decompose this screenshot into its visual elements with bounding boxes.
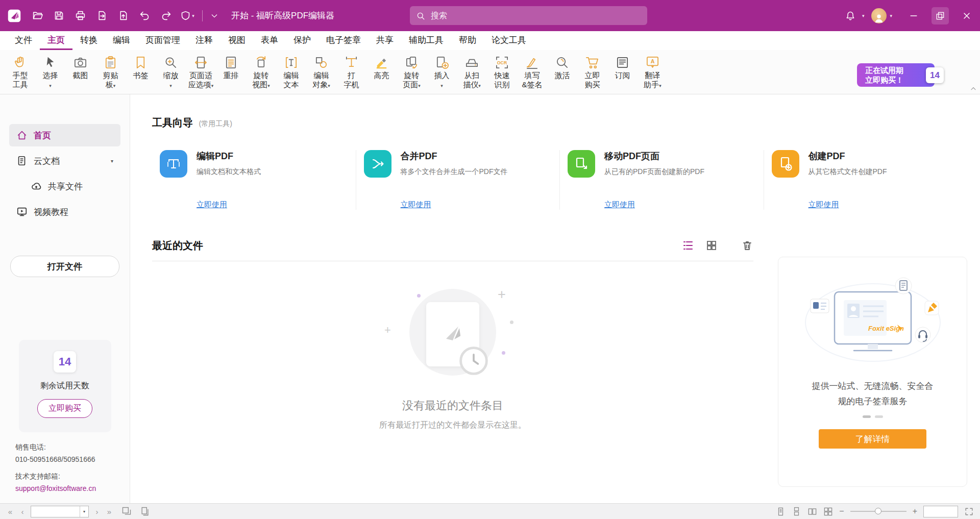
- open-file-button[interactable]: [27, 6, 48, 26]
- send-button[interactable]: [112, 6, 134, 26]
- tool-cards: 编辑PDF编辑文档和文本格式立即使用合并PDF将多个文件合并生成一个PDF文件立…: [152, 150, 967, 210]
- zoom-level-input[interactable]: [924, 506, 958, 517]
- minimize-button[interactable]: [900, 0, 927, 31]
- layout-facing-icon[interactable]: [807, 507, 817, 516]
- close-button[interactable]: [953, 0, 980, 31]
- next-page-button[interactable]: ›: [93, 508, 101, 515]
- layout-continuous-icon[interactable]: [792, 507, 801, 516]
- ribbon-tool-bookmark[interactable]: 书签: [126, 54, 156, 81]
- ribbon-tool-subscribe[interactable]: 订阅: [607, 54, 638, 81]
- customize-toolbar-chevron-icon[interactable]: [207, 6, 222, 26]
- menu-item-3[interactable]: 编辑: [105, 31, 138, 50]
- redo-button[interactable]: [155, 6, 177, 26]
- use-now-link[interactable]: 立即使用: [808, 200, 839, 210]
- support-email-link[interactable]: support@foxitsoftware.cn: [15, 483, 96, 495]
- account-chevron-icon[interactable]: ▾: [890, 13, 892, 18]
- chevron-down-icon[interactable]: ▾: [111, 158, 113, 164]
- carousel-dot[interactable]: [875, 415, 883, 418]
- sidebar-item-3[interactable]: 视频教程: [9, 201, 120, 223]
- clipboard-pages-icon[interactable]: [140, 506, 150, 516]
- menu-item-2[interactable]: 转换: [72, 31, 105, 50]
- ribbon-tool-translate[interactable]: A翻译助手▾: [638, 54, 668, 91]
- sidebar-item-2[interactable]: 共享文件: [9, 175, 120, 197]
- ribbon-tool-snapshot-camera[interactable]: 截图: [65, 54, 95, 81]
- ribbon-tool-zoom[interactable]: 缩放▾: [156, 54, 186, 91]
- ribbon-tool-edit-text[interactable]: 编辑文本: [276, 54, 306, 90]
- use-now-link[interactable]: 立即使用: [604, 200, 635, 210]
- use-now-link[interactable]: 立即使用: [197, 200, 227, 210]
- buy-now-button[interactable]: 立即购买: [37, 399, 92, 418]
- menu-item-6[interactable]: 视图: [220, 31, 253, 50]
- clipboard-icon: [103, 54, 118, 71]
- main-content: 工具向导 (常用工具) 编辑PDF编辑文档和文本格式立即使用合并PDF将多个文件…: [130, 94, 980, 503]
- menu-item-7[interactable]: 表单: [253, 31, 286, 50]
- ribbon-tool-highlight[interactable]: 高亮: [366, 54, 397, 81]
- ribbon-tool-rotate-view[interactable]: 旋转视图▾: [246, 54, 276, 91]
- prev-page-button[interactable]: ‹: [18, 508, 27, 515]
- grid-view-icon[interactable]: [705, 239, 718, 252]
- ribbon-tool-cart[interactable]: 立即购买: [577, 54, 607, 90]
- ribbon-tool-fit-page[interactable]: 页面适应选项▾: [186, 54, 216, 91]
- ribbon-tool-hand[interactable]: 手型工具: [5, 54, 35, 90]
- trial-banner[interactable]: 正在试用期 立即购买！ 14: [857, 63, 935, 87]
- open-file-button[interactable]: 打开文件: [10, 256, 119, 277]
- tool-card-3: 创建PDF从其它格式文件创建PDF立即使用: [764, 150, 968, 210]
- menu-item-8[interactable]: 保护: [286, 31, 318, 50]
- zoom-slider[interactable]: [850, 511, 906, 512]
- menu-item-1[interactable]: 主页: [40, 31, 72, 50]
- sidebar-item-1[interactable]: 云文档▾: [9, 150, 120, 172]
- menu-item-4[interactable]: 页面管理: [138, 31, 188, 50]
- ribbon-tool-insert-pages[interactable]: 插入▾: [427, 54, 457, 91]
- ribbon-tool-ocr[interactable]: OCR快速识别: [487, 54, 517, 90]
- menu-item-0[interactable]: 文件: [7, 31, 40, 50]
- bookmark-icon: [133, 54, 148, 71]
- esign-promo-card: Foxit eSign: [778, 257, 967, 487]
- clear-recent-trash-icon[interactable]: [741, 239, 753, 252]
- bell-chevron-icon[interactable]: ▾: [862, 13, 865, 18]
- carousel-dot[interactable]: [863, 415, 871, 418]
- undo-button[interactable]: [134, 6, 155, 26]
- protect-button[interactable]: ▾: [177, 6, 198, 26]
- menu-item-11[interactable]: 辅助工具: [401, 31, 451, 50]
- first-page-button[interactable]: «: [6, 508, 14, 515]
- zoom-in-button[interactable]: +: [913, 507, 917, 515]
- search-bar[interactable]: [410, 6, 647, 25]
- layout-facing-continuous-icon[interactable]: [823, 507, 833, 516]
- ribbon-tool-rotate-pages[interactable]: 旋转页面▾: [397, 54, 427, 91]
- layout-single-page-icon[interactable]: [776, 507, 786, 516]
- fullscreen-expand-icon[interactable]: [964, 507, 974, 516]
- zoom-slider-thumb[interactable]: [875, 508, 881, 514]
- snapshot-tool-icon[interactable]: [121, 506, 132, 516]
- ribbon-tool-select[interactable]: 选择▾: [35, 54, 65, 91]
- ribbon-tool-activate[interactable]: 激活: [547, 54, 577, 81]
- collapse-ribbon-icon[interactable]: [970, 85, 977, 92]
- sidebar-item-0[interactable]: 首页: [9, 124, 120, 146]
- list-view-icon[interactable]: [682, 239, 694, 252]
- print-button[interactable]: [69, 6, 91, 26]
- save-button[interactable]: [48, 6, 69, 26]
- avatar[interactable]: [871, 8, 887, 23]
- menu-item-5[interactable]: 注释: [188, 31, 220, 50]
- rotate-view-icon: [254, 54, 268, 71]
- ribbon-tool-typewriter[interactable]: 打字机: [336, 54, 366, 90]
- menu-item-10[interactable]: 共享: [369, 31, 401, 50]
- page-number-input[interactable]: [31, 506, 80, 517]
- zoom-out-button[interactable]: −: [839, 507, 844, 515]
- export-button[interactable]: [91, 6, 112, 26]
- ribbon-tool-fill-sign[interactable]: 填写&签名: [517, 54, 547, 90]
- ribbon-tool-scanner[interactable]: 从扫描仪▾: [457, 54, 487, 91]
- search-input[interactable]: [430, 11, 641, 21]
- ribbon-tool-reflow[interactable]: 重排: [216, 54, 246, 81]
- use-now-link[interactable]: 立即使用: [401, 200, 431, 210]
- ribbon-tool-edit-object[interactable]: 编辑对象▾: [306, 54, 336, 91]
- ribbon-tool-clipboard[interactable]: 剪贴板▾: [95, 54, 126, 91]
- menu-item-13[interactable]: 论文工具: [484, 31, 534, 50]
- last-page-button[interactable]: »: [105, 508, 113, 515]
- page-number-dropdown-icon[interactable]: ▾: [80, 506, 88, 517]
- notifications-bell-icon[interactable]: [840, 6, 861, 26]
- trial-days-label: 剩余试用天数: [40, 381, 89, 391]
- menu-item-9[interactable]: 电子签章: [318, 31, 369, 50]
- learn-more-button[interactable]: 了解详情: [819, 429, 926, 449]
- restore-button[interactable]: [927, 0, 953, 31]
- menu-item-12[interactable]: 帮助: [451, 31, 484, 50]
